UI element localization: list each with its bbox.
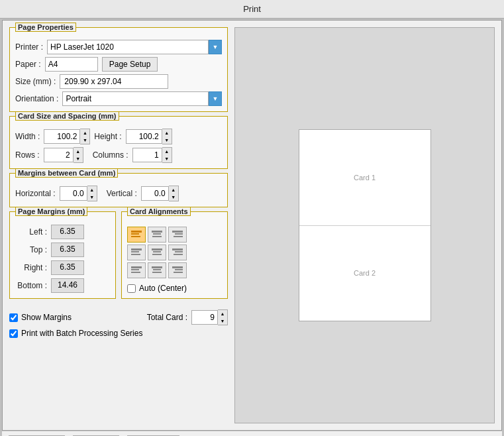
show-margins-checkbox[interactable] xyxy=(9,313,18,322)
bottom-container: Preview Print Cancel DRPUSoftware.com xyxy=(2,431,502,436)
footer-row: Show Margins Total Card : ▲ ▼ xyxy=(9,309,228,325)
width-down-btn[interactable]: ▼ xyxy=(80,136,89,144)
align-top-right-btn[interactable] xyxy=(168,227,187,243)
paper-label: Paper : xyxy=(15,60,41,69)
svg-rect-9 xyxy=(131,248,142,250)
orientation-input[interactable] xyxy=(62,91,209,106)
paper-input[interactable] xyxy=(45,57,98,72)
align-bot-center-btn[interactable] xyxy=(148,262,166,278)
svg-rect-3 xyxy=(152,231,162,233)
show-margins-row: Show Margins xyxy=(9,313,72,322)
align-bot-right-btn[interactable] xyxy=(168,262,187,278)
svg-rect-5 xyxy=(152,236,162,237)
total-card-up-btn[interactable]: ▲ xyxy=(218,310,227,317)
rows-label: Rows : xyxy=(15,150,40,160)
right-value: 6.35 xyxy=(51,260,84,275)
size-row: Size (mm) : xyxy=(15,74,222,89)
svg-rect-7 xyxy=(175,233,183,235)
columns-up-btn[interactable]: ▲ xyxy=(162,148,172,155)
right-panel: Card 1 Card 2 xyxy=(234,27,495,423)
orientation-dropdown-btn[interactable]: ▼ xyxy=(209,91,222,106)
vertical-input[interactable] xyxy=(141,186,169,201)
height-label: Height : xyxy=(94,132,121,141)
h-v-margins-row: Horizontal : ▲ ▼ Vertical : ▲ ▼ xyxy=(15,186,222,201)
width-input[interactable] xyxy=(44,129,80,144)
auto-center-row: Auto (Center) xyxy=(127,284,222,293)
width-up-btn[interactable]: ▲ xyxy=(80,129,89,136)
horizontal-spinner: ▲ ▼ xyxy=(60,186,97,201)
rows-up-btn[interactable]: ▲ xyxy=(74,148,83,155)
top-value: 6.35 xyxy=(51,243,84,257)
rows-input[interactable] xyxy=(44,148,74,162)
svg-rect-6 xyxy=(172,231,183,233)
card-size-section: Card Size and Spacing (mm) Width : ▲ ▼ H… xyxy=(9,116,228,169)
svg-rect-10 xyxy=(131,251,139,252)
svg-rect-0 xyxy=(131,231,142,233)
batch-row: Print with Batch Processing Series xyxy=(9,329,228,338)
align-top-left-btn[interactable] xyxy=(127,227,146,243)
window-title: Print xyxy=(243,4,261,14)
rows-down-btn[interactable]: ▼ xyxy=(74,155,83,162)
svg-rect-4 xyxy=(153,233,161,235)
printer-dropdown-btn[interactable]: ▼ xyxy=(209,40,222,54)
total-card-row: Total Card : ▲ ▼ xyxy=(147,309,228,325)
bottom-value: 14.46 xyxy=(51,278,84,293)
svg-rect-22 xyxy=(153,269,161,270)
svg-rect-12 xyxy=(152,248,162,250)
height-down-btn[interactable]: ▼ xyxy=(162,136,172,144)
vertical-down-btn[interactable]: ▼ xyxy=(169,193,178,201)
align-top-center-btn[interactable] xyxy=(148,227,166,243)
right-margin-row: Right : 6.35 xyxy=(15,260,110,275)
orientation-label: Orientation : xyxy=(15,94,58,103)
top-label: Top : xyxy=(15,245,47,254)
svg-rect-13 xyxy=(153,251,161,252)
card2-label: Card 2 xyxy=(354,269,376,277)
columns-down-btn[interactable]: ▼ xyxy=(162,155,172,162)
bottom-section: Page Margins (mm) Left : 6.35 Top : 6.35… xyxy=(9,211,228,299)
auto-center-checkbox[interactable] xyxy=(127,284,136,293)
svg-rect-15 xyxy=(172,248,183,250)
orientation-row: Orientation : ▼ xyxy=(15,91,222,106)
total-card-down-btn[interactable]: ▼ xyxy=(218,317,227,325)
total-card-input[interactable] xyxy=(191,310,218,325)
printer-input[interactable] xyxy=(47,40,209,54)
card-size-title: Card Size and Spacing (mm) xyxy=(15,111,119,121)
horizontal-down-btn[interactable]: ▼ xyxy=(87,193,97,201)
align-mid-right-btn[interactable] xyxy=(168,245,187,260)
margins-between-section: Margins between Card (mm) Horizontal : ▲… xyxy=(9,173,228,207)
horizontal-input[interactable] xyxy=(60,186,87,201)
align-mid-left-btn[interactable] xyxy=(127,245,146,260)
right-label: Right : xyxy=(15,263,47,272)
printer-label: Printer : xyxy=(15,42,43,52)
card2-preview: Card 2 xyxy=(299,226,430,321)
vertical-label: Vertical : xyxy=(107,189,137,198)
align-bot-left-btn[interactable] xyxy=(127,262,146,278)
horizontal-up-btn[interactable]: ▲ xyxy=(87,186,97,193)
card-alignments-section: Card Alignments xyxy=(121,211,228,299)
columns-input[interactable] xyxy=(132,148,162,162)
batch-checkbox[interactable] xyxy=(9,329,18,338)
vertical-up-btn[interactable]: ▲ xyxy=(169,186,178,193)
width-height-row: Width : ▲ ▼ Height : ▲ ▼ xyxy=(15,129,222,144)
show-margins-label: Show Margins xyxy=(21,313,72,322)
svg-rect-20 xyxy=(131,272,140,273)
svg-rect-1 xyxy=(131,233,139,235)
page-setup-button[interactable]: Page Setup xyxy=(102,57,158,72)
svg-rect-14 xyxy=(152,254,162,255)
size-input[interactable] xyxy=(60,74,168,89)
horizontal-label: Horizontal : xyxy=(15,189,56,198)
svg-rect-26 xyxy=(174,272,183,273)
top-margin-row: Top : 6.35 xyxy=(15,243,110,257)
align-mid-center-btn[interactable] xyxy=(148,245,166,260)
bottom-margin-row: Bottom : 14.46 xyxy=(15,278,110,293)
size-label: Size (mm) : xyxy=(15,77,56,86)
height-up-btn[interactable]: ▲ xyxy=(162,129,172,136)
svg-rect-23 xyxy=(152,272,162,273)
page-margins-section: Page Margins (mm) Left : 6.35 Top : 6.35… xyxy=(9,211,116,299)
rows-spinner: ▲ ▼ xyxy=(44,147,83,163)
left-margin-row: Left : 6.35 xyxy=(15,225,110,239)
svg-rect-18 xyxy=(131,266,142,268)
auto-center-label: Auto (Center) xyxy=(139,284,187,293)
card1-preview: Card 1 xyxy=(299,130,430,226)
height-input[interactable] xyxy=(126,129,162,144)
